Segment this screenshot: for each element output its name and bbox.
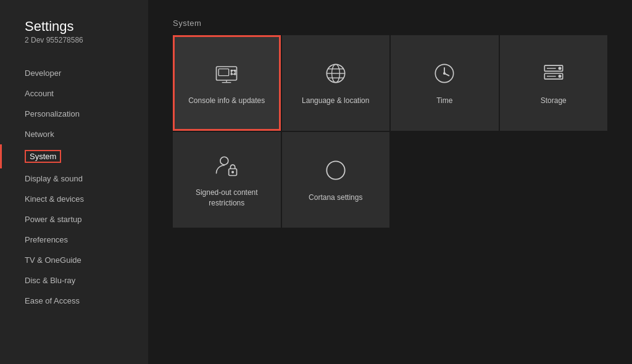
cell-label-console-info: Console info & updates [182,96,271,106]
grid-cell-time[interactable]: Time [391,35,499,131]
sidebar-item-preferences[interactable]: Preferences [0,230,148,250]
svg-point-6 [235,70,236,71]
sidebar-item-developer[interactable]: Developer [0,63,148,83]
grid-row-1: Console info & updates Language & locati… [173,35,607,131]
svg-point-5 [231,70,232,71]
cell-label-time: Time [430,96,459,106]
sidebar-item-kinect-devices[interactable]: Kinect & devices [0,189,148,209]
sidebar-item-system[interactable]: System [0,144,148,168]
sidebar-subtitle: 2 Dev 955278586 [25,36,123,44]
main-content: System Console info & updates Language &… [148,0,632,364]
svg-point-27 [326,161,344,179]
grid-cell-storage[interactable]: Storage [500,35,608,131]
sidebar-nav: DeveloperAccountPersonalizationNetworkSy… [0,63,148,311]
sidebar-item-power-startup[interactable]: Power & startup [0,209,148,230]
sidebar-item-personalization[interactable]: Personalization [0,104,148,124]
grid-cell-empty-0 [391,132,499,228]
sidebar-item-account[interactable]: Account [0,83,148,104]
grid-cell-signed-out[interactable]: Signed-out content restrictions [173,132,281,228]
section-title: System [173,19,607,28]
sidebar: Settings 2 Dev 955278586 DeveloperAccoun… [0,0,148,364]
sidebar-title: Settings [25,19,123,35]
sidebar-header: Settings 2 Dev 955278586 [0,19,148,63]
sidebar-item-disc-bluray[interactable]: Disc & Blu-ray [0,270,148,291]
svg-point-7 [231,73,232,75]
grid-cell-empty-1 [500,132,608,228]
sidebar-item-ease-of-access[interactable]: Ease of Access [0,291,148,311]
cell-label-language-location: Language & location [296,96,375,106]
grid-row-2: Signed-out content restrictions Cortana … [173,132,607,228]
cell-label-storage: Storage [534,96,573,106]
svg-point-21 [559,75,561,78]
grid-cell-console-info[interactable]: Console info & updates [173,35,281,131]
sidebar-item-tv-oneguide[interactable]: TV & OneGuide [0,250,148,270]
svg-point-20 [559,67,561,70]
grid-cell-cortana[interactable]: Cortana settings [282,132,390,228]
grid-cell-language-location[interactable]: Language & location [282,35,390,131]
svg-point-24 [220,157,228,165]
svg-point-17 [444,73,446,75]
svg-point-8 [235,73,236,75]
sidebar-item-display-sound[interactable]: Display & sound [0,168,148,189]
sidebar-item-network[interactable]: Network [0,124,148,144]
svg-rect-1 [218,69,229,76]
cell-label-cortana: Cortana settings [302,192,368,203]
svg-point-26 [232,171,234,173]
cell-label-signed-out: Signed-out content restrictions [173,188,281,209]
